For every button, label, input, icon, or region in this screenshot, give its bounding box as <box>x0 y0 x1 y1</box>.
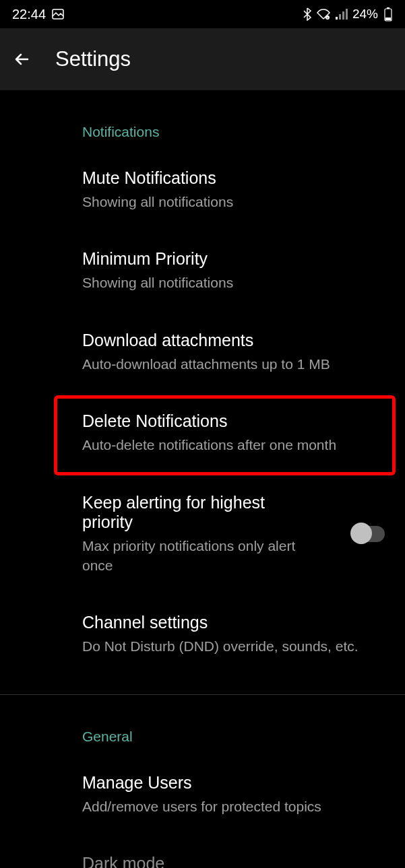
status-bar: 22:44 + <box>0 0 405 28</box>
setting-title: Keep alerting for highest priority <box>82 493 311 532</box>
setting-subtitle: Showing all notifications <box>82 192 392 211</box>
setting-minimum-priority[interactable]: Minimum Priority Showing all notificatio… <box>0 249 405 292</box>
status-right: + 24% <box>303 7 393 22</box>
setting-title: Dark mode <box>82 854 392 868</box>
setting-dark-mode[interactable]: Dark mode <box>0 854 405 868</box>
status-left: 22:44 <box>12 7 65 22</box>
setting-title: Mute Notifications <box>82 168 392 188</box>
section-header-notifications: Notifications <box>0 124 405 140</box>
toggle-keep-alerting[interactable] <box>352 526 385 542</box>
signal-icon <box>335 9 348 20</box>
status-time: 22:44 <box>12 7 46 22</box>
section-header-general: General <box>0 729 405 745</box>
setting-keep-alerting[interactable]: Keep alerting for highest priority Max p… <box>0 493 405 576</box>
setting-subtitle: Auto-delete notifications after one mont… <box>82 435 392 455</box>
wifi-icon: + <box>316 8 331 20</box>
app-header: Settings <box>0 28 405 90</box>
setting-delete-notifications[interactable]: Delete Notifications Auto-delete notific… <box>0 411 405 455</box>
setting-subtitle: Add/remove users for protected topics <box>82 797 392 816</box>
setting-title: Manage Users <box>82 773 392 793</box>
divider <box>0 694 405 695</box>
svg-rect-6 <box>346 9 348 20</box>
setting-manage-users[interactable]: Manage Users Add/remove users for protec… <box>0 773 405 816</box>
setting-title: Channel settings <box>82 613 392 632</box>
setting-subtitle: Auto-download attachments up to 1 MB <box>82 354 392 374</box>
setting-title: Minimum Priority <box>82 249 392 269</box>
svg-text:+: + <box>327 15 329 20</box>
svg-rect-8 <box>387 7 390 9</box>
setting-subtitle: Do Not Disturb (DND) override, sounds, e… <box>82 636 392 656</box>
setting-download-attachments[interactable]: Download attachments Auto-download attac… <box>0 331 405 374</box>
page-title: Settings <box>55 47 131 71</box>
svg-rect-3 <box>336 17 338 20</box>
svg-rect-4 <box>339 14 341 20</box>
picture-icon <box>51 7 65 21</box>
content: Notifications Mute Notifications Showing… <box>0 90 405 868</box>
svg-rect-9 <box>385 18 391 20</box>
setting-title: Download attachments <box>82 331 392 350</box>
setting-mute-notifications[interactable]: Mute Notifications Showing all notificat… <box>0 168 405 211</box>
svg-rect-5 <box>342 11 344 20</box>
setting-subtitle: Showing all notifications <box>82 273 392 292</box>
battery-text: 24% <box>352 7 378 22</box>
battery-icon <box>383 7 393 22</box>
setting-subtitle: Max priority notifications only alert on… <box>82 536 311 576</box>
setting-title: Delete Notifications <box>82 411 392 431</box>
bluetooth-icon <box>303 7 312 21</box>
back-button[interactable] <box>12 49 32 69</box>
setting-channel-settings[interactable]: Channel settings Do Not Disturb (DND) ov… <box>0 613 405 656</box>
toggle-knob <box>350 523 372 544</box>
